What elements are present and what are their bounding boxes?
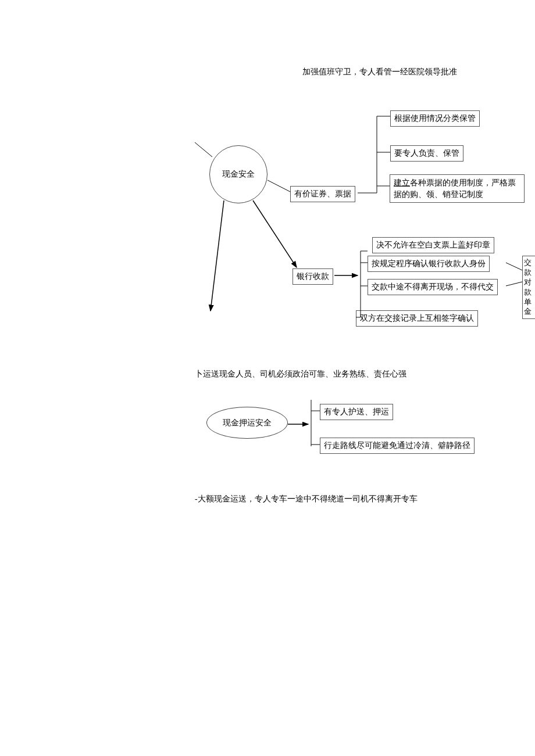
bank-item-3: 双方在交接记录上互相签字确认 xyxy=(356,310,478,327)
securities-item-2-rest: 各种票据的使用制度，严格票据的购、领、销登记制度 xyxy=(394,178,516,199)
securities-item-2-underline: 建立 xyxy=(394,178,410,187)
svg-line-2 xyxy=(268,180,290,192)
bank-side-note: 交款对款单金 xyxy=(522,256,535,319)
bank-item-2: 交款中途不得离开现场，不得代交 xyxy=(368,279,498,295)
securities-item-2: 建立各种票据的使用制度，严格票据的购、领、销登记制度 xyxy=(390,174,525,203)
node-cash-safety-label: 现金安全 xyxy=(222,169,255,180)
svg-line-0 xyxy=(211,200,224,311)
top-text-1: 加强值班守卫，专人看管一经医院领导批准 xyxy=(302,67,457,77)
escort-item-1: 行走路线尽可能避免通过冷清、僻静路径 xyxy=(320,438,475,454)
bank-item-1: 按规定程序确认银行收款人身份 xyxy=(368,256,490,272)
escort-item-0: 有专人护送、押运 xyxy=(320,404,393,420)
svg-line-1 xyxy=(253,200,297,267)
branch-bank-label: 银行收款 xyxy=(293,268,333,285)
svg-line-16 xyxy=(506,282,522,286)
bank-side-note-text: 交款对款单金 xyxy=(524,258,532,316)
branch-securities-label: 有价证券、票据 xyxy=(290,186,355,202)
svg-line-15 xyxy=(506,263,522,270)
bank-item-0: 决不允许在空白支票上盖好印章 xyxy=(372,237,494,253)
node-cash-escort: 现金押运安全 xyxy=(206,407,288,439)
node-cash-safety: 现金安全 xyxy=(209,145,268,203)
svg-line-3 xyxy=(195,142,212,157)
securities-item-1: 要专人负责、保管 xyxy=(390,145,463,162)
securities-item-0: 根据使用情况分类保管 xyxy=(390,110,480,127)
node-cash-escort-label: 现金押运安全 xyxy=(223,418,272,428)
top-text-2: 卜运送现金人员、司机必须政治可靠、业务熟练、责任心强 xyxy=(195,369,406,379)
bottom-text-2: -大额现金运送，专人专车一途中不得绕道一司机不得离开专车 xyxy=(195,494,418,504)
